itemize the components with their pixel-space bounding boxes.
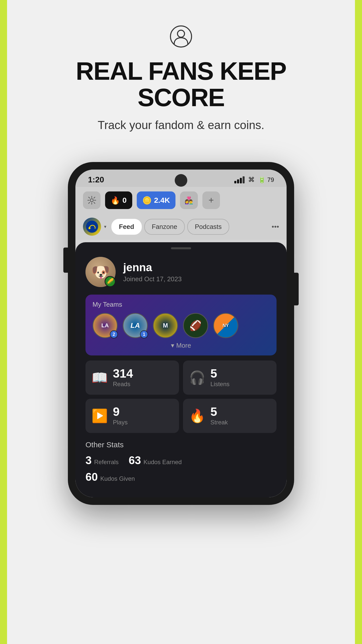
profile-joined: Joined Oct 17, 2023 (123, 275, 277, 283)
team-badge-michigan[interactable]: M (153, 313, 178, 338)
stat-card-streak: 🔥 5 Streak (183, 399, 277, 433)
referrals-number: 3 (85, 454, 92, 467)
svg-point-3 (86, 221, 98, 233)
phone-mockup: 1:20 ⌘ 🔋 79 (68, 162, 294, 505)
profile-info: jenna Joined Oct 17, 2023 (123, 261, 277, 283)
user-icon (170, 25, 192, 48)
friends-icon: 👩‍❤️‍👨 (185, 196, 193, 205)
coins-count: 2.4K (154, 196, 170, 205)
add-button[interactable]: + (202, 191, 220, 209)
avatar-container: 🐶 🌽 (85, 257, 116, 287)
team-badge-dodgers[interactable]: LA 1 (123, 313, 148, 338)
listens-icon: 🎧 (189, 370, 205, 385)
plays-label: Plays (113, 419, 128, 426)
tab-feed[interactable]: Feed (111, 219, 142, 235)
nav-bar: ▾ Feed Fanzone Podcasts ••• (75, 214, 287, 240)
more-teams-button[interactable]: ▾ More (93, 342, 269, 349)
my-teams-label: My Teams (93, 301, 269, 308)
drag-handle (171, 247, 191, 249)
kudos-given-label: Kudos Given (100, 475, 135, 482)
top-bar: 🔥 0 🪙 2.4K 👩‍❤️‍👨 + (75, 187, 287, 214)
teams-row: LA 2 LA 1 M (93, 313, 269, 338)
stat-card-listens: 🎧 5 Listens (183, 360, 277, 395)
friends-button[interactable]: 👩‍❤️‍👨 (180, 191, 198, 209)
settings-button[interactable] (83, 191, 101, 209)
tab-podcasts[interactable]: Podcasts (187, 219, 229, 235)
streak-icon: 🔥 (189, 408, 205, 424)
hero-subtitle: Track your fandom & earn coins. (98, 118, 264, 132)
app-content: 🔥 0 🪙 2.4K 👩‍❤️‍👨 + (75, 187, 287, 497)
streak-count: 5 (210, 406, 228, 418)
avatar-badge: 🌽 (105, 276, 116, 287)
kudos-earned-number: 63 (129, 454, 141, 467)
my-teams-card: My Teams LA 2 LA 1 (85, 295, 277, 355)
team-badge-football[interactable]: 🏈 (183, 313, 208, 338)
referrals-label: Referrals (94, 459, 118, 466)
status-time: 1:20 (88, 175, 104, 184)
streak-label: Streak (210, 419, 228, 426)
nav-tabs: Feed Fanzone Podcasts (111, 219, 267, 235)
profile-row: 🐶 🌽 jenna Joined Oct 17, 2023 (85, 257, 277, 287)
dodgers-badge-number: 1 (140, 330, 148, 338)
nav-more-button[interactable]: ••• (272, 223, 279, 231)
reads-count: 314 (113, 368, 133, 380)
stat-info-plays: 9 Plays (113, 406, 128, 426)
other-stats-row-2: 60 Kudos Given (85, 471, 277, 483)
signal-bars-icon (234, 176, 245, 183)
listens-count: 5 (210, 368, 230, 380)
stat-card-reads: 📖 314 Reads (85, 360, 179, 395)
team-logo-rams[interactable] (83, 218, 101, 236)
other-stats-row-1: 3 Referrals 63 Kudos Earned (85, 454, 277, 467)
svg-point-4 (88, 227, 90, 229)
stat-kudos-given: 60 Kudos Given (85, 471, 135, 483)
add-icon: + (209, 195, 214, 206)
other-stats-section: Other Stats 3 Referrals 63 Kudos Earned (85, 440, 277, 483)
hero-title: REAL FANS KEEP SCORE (43, 58, 319, 111)
svg-point-1 (177, 30, 185, 37)
team-badge-lakers[interactable]: LA 2 (93, 313, 118, 338)
fire-button[interactable]: 🔥 0 (105, 191, 132, 209)
fire-count: 0 (122, 196, 127, 205)
chevron-down-icon: ▾ (171, 342, 174, 349)
stat-referrals: 3 Referrals (85, 454, 119, 467)
listens-label: Listens (210, 381, 230, 388)
lakers-badge-number: 2 (110, 330, 118, 338)
kudos-given-number: 60 (85, 471, 98, 483)
plays-count: 9 (113, 406, 128, 418)
stat-info-listens: 5 Listens (210, 368, 230, 388)
tab-fanzone[interactable]: Fanzone (144, 219, 185, 235)
dark-card: 🐶 🌽 jenna Joined Oct 17, 2023 My Teams (75, 242, 287, 497)
profile-name: jenna (123, 261, 277, 274)
coin-icon: 🪙 (142, 196, 152, 205)
reads-label: Reads (113, 381, 133, 388)
stat-card-plays: ▶️ 9 Plays (85, 399, 179, 433)
plays-icon: ▶️ (92, 408, 108, 424)
stat-info-reads: 314 Reads (113, 368, 133, 388)
reads-icon: 📖 (92, 370, 108, 385)
kudos-earned-label: Kudos Earned (144, 459, 182, 466)
svg-point-2 (90, 199, 93, 202)
battery-icon: 🔋 79 (258, 176, 274, 183)
hero-section: REAL FANS KEEP SCORE Track your fandom &… (43, 0, 319, 147)
stats-grid: 📖 314 Reads 🎧 5 Listens (85, 360, 277, 433)
coins-button[interactable]: 🪙 2.4K (137, 191, 175, 209)
svg-point-0 (170, 26, 192, 47)
wifi-icon: ⌘ (248, 176, 255, 184)
team-badge-knicks[interactable]: NY (213, 313, 238, 338)
camera-notch (175, 174, 187, 187)
team-chevron-icon[interactable]: ▾ (104, 224, 106, 229)
status-icons: ⌘ 🔋 79 (234, 176, 274, 184)
stat-kudos-earned: 63 Kudos Earned (129, 454, 182, 467)
other-stats-title: Other Stats (85, 440, 277, 449)
stat-info-streak: 5 Streak (210, 406, 228, 426)
fire-icon: 🔥 (111, 196, 120, 205)
